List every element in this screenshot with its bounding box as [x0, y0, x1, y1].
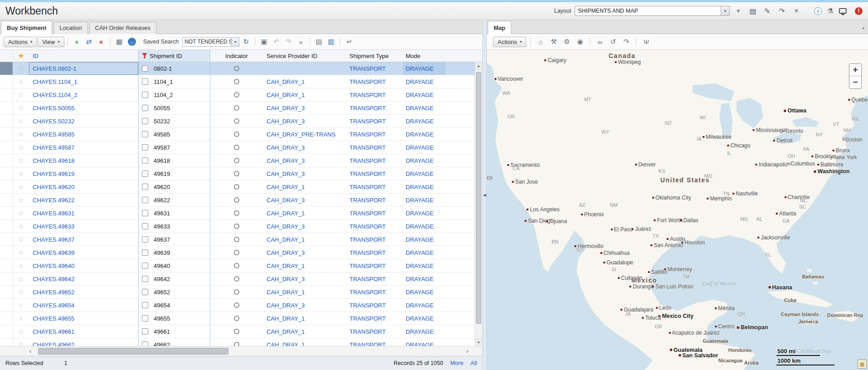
shipment-type-link[interactable]: TRANSPORT [346, 75, 403, 88]
tab-cah-order-releases[interactable]: CAH Order Releases [89, 22, 156, 34]
shipment-id-link[interactable]: CHAYES.49619 [29, 167, 138, 180]
service-provider-link[interactable]: CAH_DRAY_1 [263, 88, 346, 101]
table-row[interactable]: ☆CHAYES.4963949639CAH_DRAY_3TRANSPORTDRA… [0, 246, 475, 259]
service-provider-link[interactable]: CAH_DRAY_1 [263, 180, 346, 193]
mode-link[interactable]: DRAYAGE [403, 338, 446, 346]
tab-map[interactable]: Map [488, 21, 511, 34]
shipment-type-link[interactable]: TRANSPORT [346, 88, 403, 101]
table-row[interactable]: ☆CHAYES.0802-10802-1TRANSPORTDRAYAGE [0, 62, 475, 75]
table-row[interactable]: ☆CHAYES.4961949619CAH_DRAY_3TRANSPORTDRA… [0, 167, 475, 180]
row-header-cell[interactable] [0, 338, 13, 346]
shipment-id-link[interactable]: CHAYES.1104_1 [29, 75, 138, 88]
shipment-id-link[interactable]: CHAYES.1104_2 [29, 88, 138, 101]
chevron-down-icon[interactable]: ▾ [231, 38, 239, 46]
service-provider-link[interactable]: CAH_DRAY_1 [263, 338, 346, 346]
row-header-cell[interactable] [0, 102, 13, 114]
shipment-id-link[interactable]: CHAYES.49654 [29, 299, 138, 312]
shipment-id-link[interactable]: CHAYES.49661 [29, 325, 138, 338]
shipment-id-link[interactable]: CHAYES.49587 [29, 141, 138, 154]
service-provider-link[interactable]: CAH_DRAY_3 [263, 167, 346, 180]
favorite-star-icon[interactable]: ☆ [13, 246, 29, 259]
horizontal-scrollbar[interactable]: ‹ › [0, 346, 482, 356]
favorite-star-icon[interactable]: ☆ [13, 102, 29, 114]
shipment-type-link[interactable]: TRANSPORT [346, 141, 403, 154]
row-header-cell[interactable] [0, 62, 13, 75]
map-binoculars-icon[interactable]: ∞ [594, 38, 606, 46]
favorite-star-icon[interactable]: ☆ [13, 220, 29, 233]
row-checkbox[interactable] [142, 315, 148, 321]
scroll-down-icon[interactable]: ▼ [475, 338, 482, 346]
row-header-cell[interactable] [0, 154, 13, 167]
favorite-star-icon[interactable]: ☆ [13, 273, 29, 285]
service-provider-link[interactable]: CAH_DRAY_3 [263, 273, 346, 285]
shipment-type-link[interactable]: TRANSPORT [346, 299, 403, 312]
mode-link[interactable]: DRAYAGE [403, 246, 446, 259]
shipment-id-link[interactable]: CHAYES.49637 [29, 233, 138, 246]
table-row[interactable]: ☆CHAYES.4964049640CAH_DRAY_1TRANSPORTDRA… [0, 259, 475, 273]
row-header-cell[interactable] [0, 273, 13, 285]
table-row[interactable]: ☆CHAYES.1104_21104_2CAH_DRAY_1TRANSPORTD… [0, 88, 475, 102]
column-header-shipment-type[interactable]: Shipment Type [346, 50, 403, 62]
service-provider-link[interactable]: CAH_DRAY_3 [263, 299, 346, 312]
shipment-type-link[interactable]: TRANSPORT [346, 312, 403, 325]
favorite-star-icon[interactable]: ☆ [13, 180, 29, 193]
map-history-icon[interactable]: ↺ [607, 38, 619, 46]
service-provider-link[interactable]: CAH_DRAY_3 [263, 246, 346, 259]
overview-map-button[interactable]: ▦ [858, 360, 867, 369]
send-icon[interactable]: ▣ [258, 38, 270, 46]
shipment-id-link[interactable]: CHAYES.49622 [29, 194, 138, 206]
table-row[interactable]: ☆CHAYES.4965449654CAH_DRAY_3TRANSPORTDRA… [0, 299, 475, 312]
favorite-star-icon[interactable]: ☆ [13, 299, 29, 312]
edit-layout-icon[interactable]: ✎ [761, 7, 773, 15]
wrap-icon[interactable]: ↵ [344, 38, 355, 46]
service-provider-link[interactable] [263, 62, 346, 75]
row-checkbox[interactable] [142, 170, 148, 177]
shipment-id-link[interactable]: CHAYES.49618 [29, 154, 138, 167]
shipment-type-link[interactable]: TRANSPORT [346, 286, 403, 298]
redo-icon[interactable]: ↷ [283, 38, 294, 46]
row-checkbox[interactable] [142, 105, 148, 111]
service-provider-link[interactable]: CAH_DRAY_3 [263, 141, 346, 154]
service-provider-link[interactable]: CAH_DRAY_3 [263, 194, 346, 206]
shipment-id-link[interactable]: CHAYES.0802-1 [29, 62, 138, 75]
shipment-type-link[interactable]: TRANSPORT [346, 325, 403, 338]
undo-icon[interactable]: ↶ [271, 38, 282, 46]
row-header-cell[interactable] [0, 220, 13, 233]
favorite-star-icon[interactable]: ☆ [13, 233, 29, 246]
mode-link[interactable]: DRAYAGE [403, 154, 446, 167]
refresh-icon[interactable]: ↻ [240, 38, 252, 46]
row-header-cell[interactable] [0, 141, 13, 154]
column-header-service-provider[interactable]: Service Provider ID [263, 50, 346, 62]
table-row[interactable]: ☆CHAYES.4966249662CAH_DRAY_1TRANSPORTDRA… [0, 338, 475, 346]
records-more-link[interactable]: More [451, 360, 463, 366]
error-icon[interactable]: ! [855, 7, 863, 15]
panel-splitter[interactable]: ◀ [482, 20, 487, 370]
service-provider-link[interactable]: CAH_DRAY_3 [263, 115, 346, 127]
favorite-star-icon[interactable]: ☆ [13, 128, 29, 141]
favorite-star-icon[interactable]: ☆ [13, 75, 29, 88]
shipment-type-link[interactable]: TRANSPORT [346, 128, 403, 141]
favorite-star-icon[interactable]: ☆ [13, 312, 29, 325]
map-visibility-icon[interactable]: ◉ [574, 38, 586, 46]
mode-link[interactable]: DRAYAGE [403, 207, 446, 219]
layout-select[interactable]: SHIPMENTS AND MAP ▾ [575, 6, 730, 16]
more-tools-icon[interactable]: » [295, 38, 306, 46]
shipment-type-link[interactable]: TRANSPORT [346, 233, 403, 246]
shipment-id-link[interactable]: CHAYES.49633 [29, 220, 138, 233]
shipment-type-link[interactable]: TRANSPORT [346, 220, 403, 233]
table-row[interactable]: ☆CHAYES.4958749587CAH_DRAY_3TRANSPORTDRA… [0, 141, 475, 154]
shipment-id-link[interactable]: CHAYES.50055 [29, 102, 138, 114]
favorite-star-icon[interactable]: ☆ [13, 194, 29, 206]
shipment-type-link[interactable]: TRANSPORT [346, 167, 403, 180]
mode-link[interactable]: DRAYAGE [403, 299, 446, 312]
shipment-id-link[interactable]: CHAYES.49640 [29, 259, 138, 272]
diagnostics-icon[interactable]: ⚗ [824, 7, 836, 15]
map-canvas[interactable]: CanadaUnited StatesMexicoGuatemalaHondur… [487, 50, 868, 370]
table-row[interactable]: ☆CHAYES.4963149631CAH_DRAY_1TRANSPORTDRA… [0, 207, 475, 220]
monitor-icon[interactable] [839, 8, 847, 14]
delete-icon[interactable]: × [96, 38, 107, 46]
row-checkbox[interactable] [142, 184, 148, 190]
table-row[interactable]: ☆CHAYES.4962249622CAH_DRAY_3TRANSPORTDRA… [0, 194, 475, 207]
tab-buy-shipment[interactable]: Buy Shipment [1, 21, 52, 34]
shipment-id-link[interactable]: CHAYES.50232 [29, 115, 138, 127]
